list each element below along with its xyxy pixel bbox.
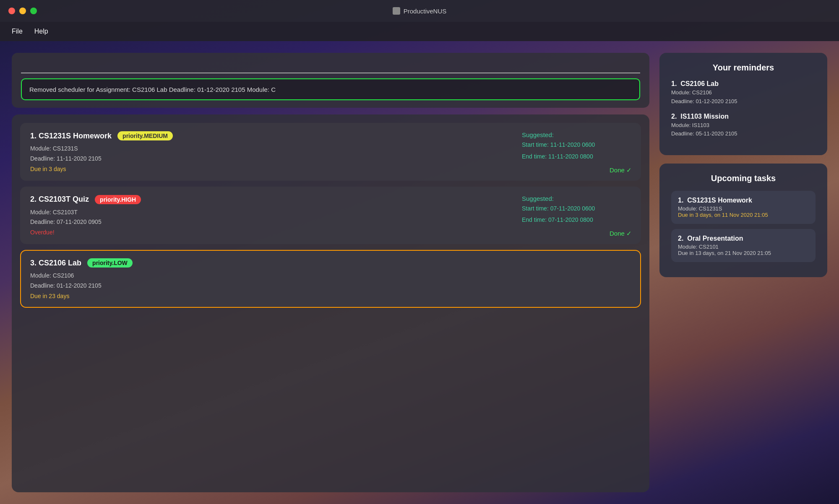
- end-time-1: End time: 11-11-2020 0800: [522, 152, 593, 162]
- app-title: ProductiveNUS: [393, 7, 447, 15]
- menu-file[interactable]: File: [12, 28, 23, 35]
- upcoming-item-1: 1. CS1231S Homework Module: CS1231S Due …: [671, 191, 816, 224]
- done-button-2[interactable]: Done ✓: [610, 230, 632, 237]
- command-output: Removed scheduler for Assignment: CS2106…: [21, 78, 640, 100]
- task-right-2: Suggested: Start time: 07-11-2020 0600 E…: [522, 195, 631, 226]
- priority-badge-2: priority.HIGH: [95, 195, 141, 204]
- task-meta-2: Module: CS2103T Deadline: 07-11-2020 090…: [30, 208, 141, 228]
- command-input[interactable]: [21, 60, 640, 69]
- upcoming-task-title-1: 1. CS1231S Homework: [678, 197, 809, 204]
- task-status-1: Due in 3 days: [30, 166, 173, 172]
- reminder-title-2: 2. IS1103 Mission: [671, 113, 816, 120]
- upcoming-title: Upcoming tasks: [671, 174, 816, 183]
- reminder-title-1: 1. CS2106 Lab: [671, 80, 816, 88]
- app-icon: [393, 7, 400, 15]
- task-title-row-1: 1. CS1231S Homework priority.MEDIUM: [30, 131, 173, 140]
- task-card-3: 3. CS2106 Lab priority.LOW Module: CS210…: [20, 250, 641, 308]
- reminder-item-2: 2. IS1103 Mission Module: IS1103 Deadlin…: [671, 113, 816, 139]
- done-button-1[interactable]: Done ✓: [610, 166, 632, 174]
- menubar: File Help: [0, 22, 839, 41]
- upcoming-meta-2: Module: CS2101: [678, 244, 809, 250]
- window-controls: [8, 8, 37, 14]
- task-title-row-3: 3. CS2106 Lab priority.LOW: [30, 258, 133, 268]
- command-input-wrapper[interactable]: [21, 60, 640, 73]
- reminders-title: Your reminders: [671, 63, 816, 73]
- task-card-1: 1. CS1231S Homework priority.MEDIUM Modu…: [20, 123, 641, 181]
- suggested-label-1: Suggested:: [522, 131, 554, 138]
- task-right-1: Suggested: Start time: 11-11-2020 0600 E…: [522, 131, 631, 162]
- reminder-item-1: 1. CS2106 Lab Module: CS2106 Deadline: 0…: [671, 80, 816, 106]
- suggested-label-2: Suggested:: [522, 195, 554, 202]
- priority-badge-1: priority.MEDIUM: [117, 131, 173, 140]
- reminders-panel: Your reminders 1. CS2106 Lab Module: CS2…: [659, 53, 827, 155]
- start-time-2: Start time: 07-11-2020 0600: [522, 204, 595, 214]
- upcoming-due-2: Due in 13 days, on 21 Nov 2020 21:05: [678, 250, 809, 256]
- task-title-3: 3. CS2106 Lab: [30, 259, 81, 268]
- end-time-2: End time: 07-11-2020 0800: [522, 215, 593, 225]
- task-left-1: 1. CS1231S Homework priority.MEDIUM Modu…: [30, 131, 173, 172]
- start-time-1: Start time: 11-11-2020 0600: [522, 140, 595, 150]
- task-meta-3: Module: CS2106 Deadline: 01-12-2020 2105: [30, 271, 133, 291]
- titlebar: ProductiveNUS: [0, 0, 839, 22]
- minimize-button[interactable]: [19, 8, 26, 14]
- task-title-row-2: 2. CS2103T Quiz priority.HIGH: [30, 195, 141, 204]
- maximize-button[interactable]: [30, 8, 37, 14]
- upcoming-due-1: Due in 3 days, on 11 Nov 2020 21:05: [678, 212, 809, 218]
- task-status-3: Due in 23 days: [30, 293, 133, 299]
- upcoming-task-title-2: 2. Oral Presentation: [678, 235, 809, 242]
- upcoming-panel: Upcoming tasks 1. CS1231S Homework Modul…: [659, 164, 827, 277]
- task-left-3: 3. CS2106 Lab priority.LOW Module: CS210…: [30, 258, 133, 299]
- reminder-meta-1: Module: CS2106 Deadline: 01-12-2020 2105: [671, 88, 816, 106]
- task-status-2: Overdue!: [30, 229, 141, 236]
- close-button[interactable]: [8, 8, 15, 14]
- priority-badge-3: priority.LOW: [87, 258, 133, 268]
- task-card-2: 2. CS2103T Quiz priority.HIGH Module: CS…: [20, 187, 641, 244]
- upcoming-item-2: 2. Oral Presentation Module: CS2101 Due …: [671, 229, 816, 262]
- menu-help[interactable]: Help: [34, 28, 48, 35]
- task-left-2: 2. CS2103T Quiz priority.HIGH Module: CS…: [30, 195, 141, 236]
- left-panel: Removed scheduler for Assignment: CS2106…: [12, 53, 649, 492]
- main-content: Removed scheduler for Assignment: CS2106…: [0, 41, 839, 504]
- command-area: Removed scheduler for Assignment: CS2106…: [12, 53, 649, 108]
- upcoming-meta-1: Module: CS1231S: [678, 205, 809, 212]
- tasks-area: 1. CS1231S Homework priority.MEDIUM Modu…: [12, 114, 649, 492]
- reminder-meta-2: Module: IS1103 Deadline: 05-11-2020 2105: [671, 121, 816, 139]
- task-meta-1: Module: CS1231S Deadline: 11-11-2020 210…: [30, 144, 173, 164]
- task-title-1: 1. CS1231S Homework: [30, 132, 112, 140]
- right-panel: Your reminders 1. CS2106 Lab Module: CS2…: [659, 53, 827, 492]
- task-title-2: 2. CS2103T Quiz: [30, 195, 89, 204]
- task-right-3: [522, 258, 631, 262]
